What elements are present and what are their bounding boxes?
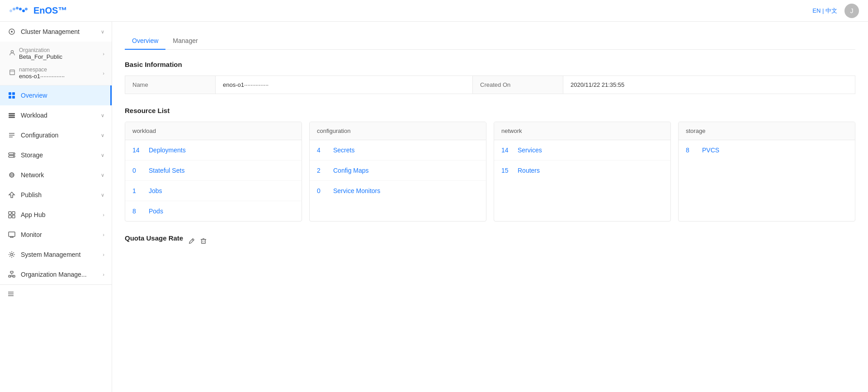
sidebar-item-publish[interactable]: Publish ∨ xyxy=(0,185,112,205)
svg-rect-30 xyxy=(12,212,15,214)
configuration-icon xyxy=(7,131,16,140)
configuration-label: Configuration xyxy=(21,132,101,139)
cluster-management-icon xyxy=(7,27,16,36)
resource-item-config-maps[interactable]: 2Config Maps xyxy=(310,161,486,181)
sidebar: Cluster Management ∨ Organization Beta_F… xyxy=(0,22,112,392)
resource-name[interactable]: Service Monitors xyxy=(333,187,380,194)
apphub-icon xyxy=(7,210,16,219)
sidebar-item-configuration[interactable]: Configuration ∨ xyxy=(0,125,112,145)
logo-icon xyxy=(9,6,31,15)
network-label: Network xyxy=(21,171,101,179)
svg-point-24 xyxy=(13,156,14,157)
resource-card-header-storage: storage xyxy=(679,122,855,140)
configuration-arrow: ∨ xyxy=(101,132,104,138)
avatar[interactable]: J xyxy=(844,4,859,18)
resource-item-pvcs[interactable]: 8PVCS xyxy=(679,140,855,160)
org-value: Beta_For_Public xyxy=(19,53,103,60)
overview-label: Overview xyxy=(21,92,103,99)
sidebar-item-network[interactable]: Network ∨ xyxy=(0,165,112,185)
resource-card-header-network: network xyxy=(494,122,670,140)
resource-item-service-monitors[interactable]: 0Service Monitors xyxy=(310,181,486,201)
sidebar-org-section: Organization Beta_For_Public › namespace… xyxy=(0,42,112,85)
resource-name[interactable]: Stateful Sets xyxy=(149,167,184,174)
sidebar-bottom-toggle[interactable] xyxy=(0,284,112,303)
main-content: Overview Manager Basic Information Name … xyxy=(112,22,868,392)
svg-rect-17 xyxy=(9,117,15,118)
svg-rect-16 xyxy=(9,115,15,116)
cluster-management-arrow: ∨ xyxy=(101,29,104,35)
svg-rect-15 xyxy=(9,113,15,114)
basic-info-table: Name enos-o1··············· Created On 2… xyxy=(125,76,855,94)
sidebar-item-apphub[interactable]: App Hub › xyxy=(0,205,112,225)
sidebar-item-workload[interactable]: Workload ∨ xyxy=(0,105,112,125)
edit-icon[interactable] xyxy=(189,238,195,246)
resource-card-network: network14Services15Routers xyxy=(494,122,671,222)
sidebar-item-overview[interactable]: Overview xyxy=(0,85,112,105)
svg-point-1 xyxy=(13,8,15,10)
lang-en[interactable]: EN xyxy=(812,7,821,14)
resource-item-pods[interactable]: 8Pods xyxy=(125,201,302,221)
resource-count: 14 xyxy=(501,146,512,154)
tab-overview[interactable]: Overview xyxy=(125,33,165,50)
resource-name[interactable]: Services xyxy=(518,146,542,154)
resource-name[interactable]: Jobs xyxy=(149,187,162,194)
svg-point-7 xyxy=(11,31,13,33)
resource-name[interactable]: Config Maps xyxy=(333,167,369,174)
svg-rect-13 xyxy=(9,96,11,99)
sidebar-item-orgmgmt[interactable]: Organization Manage... › xyxy=(0,264,112,284)
sidebar-item-storage[interactable]: Storage ∨ xyxy=(0,145,112,165)
resource-name[interactable]: Deployments xyxy=(149,146,186,154)
resource-count: 15 xyxy=(501,167,512,174)
resource-item-jobs[interactable]: 1Jobs xyxy=(125,181,302,201)
org-arrow: › xyxy=(103,51,104,57)
resource-name[interactable]: Routers xyxy=(518,167,540,174)
resource-name[interactable]: PVCS xyxy=(702,146,719,154)
resource-count: 8 xyxy=(132,208,143,215)
sidebar-namespace-row[interactable]: namespace enos-o1··············· › xyxy=(9,65,104,81)
resource-name[interactable]: Pods xyxy=(149,208,163,215)
namespace-value: enos-o1··············· xyxy=(19,73,103,80)
svg-rect-33 xyxy=(9,232,15,236)
resource-count: 8 xyxy=(686,146,697,154)
svg-rect-14 xyxy=(12,96,15,99)
orgmgmt-label: Organization Manage... xyxy=(21,271,103,278)
resource-item-services[interactable]: 14Services xyxy=(494,140,670,161)
name-value: enos-o1··············· xyxy=(216,76,473,94)
header-right: EN | 中文 J xyxy=(812,4,859,18)
network-arrow: ∨ xyxy=(101,172,104,178)
cluster-management-label: Cluster Management xyxy=(21,28,101,35)
monitor-arrow: › xyxy=(103,232,104,237)
info-row-name: Name enos-o1··············· Created On 2… xyxy=(125,76,855,94)
system-icon xyxy=(7,250,16,259)
workload-icon xyxy=(7,111,16,120)
resource-item-routers[interactable]: 15Routers xyxy=(494,161,670,180)
resource-card-header-configuration: configuration xyxy=(310,122,486,140)
resource-count: 1 xyxy=(132,187,143,194)
svg-rect-31 xyxy=(9,215,11,218)
network-icon xyxy=(7,170,16,179)
resource-count: 4 xyxy=(317,146,328,154)
svg-rect-11 xyxy=(9,92,11,95)
resource-item-stateful-sets[interactable]: 0Stateful Sets xyxy=(125,161,302,181)
sidebar-item-monitor[interactable]: Monitor › xyxy=(0,225,112,245)
tab-manager[interactable]: Manager xyxy=(165,33,205,50)
logo-text: EnOS™ xyxy=(33,5,67,16)
sidebar-org-row[interactable]: Organization Beta_For_Public › xyxy=(9,45,104,62)
quota-title: Quota Usage Rate xyxy=(125,234,183,242)
resource-card-configuration: configuration4Secrets2Config Maps0Servic… xyxy=(309,122,486,222)
svg-rect-29 xyxy=(9,212,11,214)
resource-count: 0 xyxy=(317,187,328,194)
sidebar-item-system[interactable]: System Management › xyxy=(0,245,112,264)
resource-count: 0 xyxy=(132,167,143,174)
delete-icon[interactable] xyxy=(200,238,207,246)
system-arrow: › xyxy=(103,252,104,257)
monitor-icon xyxy=(7,230,16,239)
lang-zh[interactable]: 中文 xyxy=(826,7,837,14)
lang-switch[interactable]: EN | 中文 xyxy=(812,7,837,15)
resource-item-secrets[interactable]: 4Secrets xyxy=(310,140,486,161)
resource-item-deployments[interactable]: 14Deployments xyxy=(125,140,302,161)
svg-rect-12 xyxy=(12,92,15,95)
resource-name[interactable]: Secrets xyxy=(333,146,354,154)
sidebar-item-cluster-management[interactable]: Cluster Management ∨ xyxy=(0,22,112,42)
org-label: Organization xyxy=(19,47,103,53)
